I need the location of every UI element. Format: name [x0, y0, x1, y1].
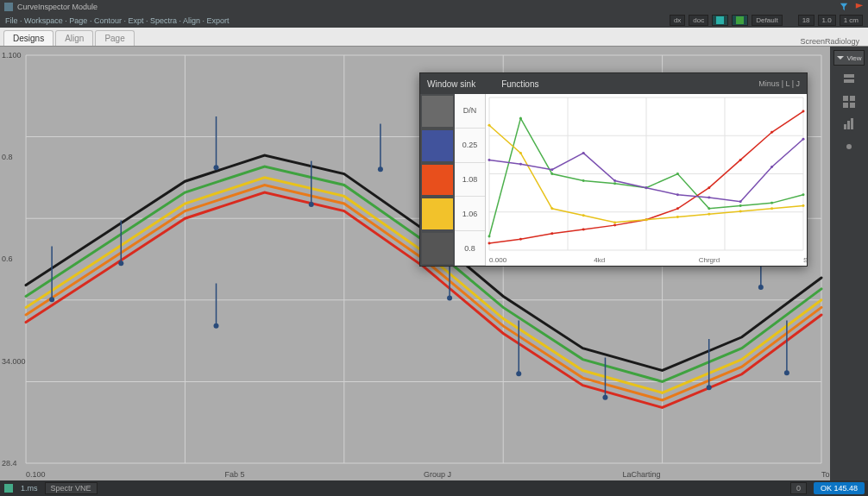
filter-icon[interactable]	[839, 2, 849, 12]
svg-point-92	[739, 210, 742, 213]
svg-point-98	[582, 152, 585, 154]
svg-rect-4	[736, 16, 744, 24]
app-title: CurveInspector Module	[17, 3, 97, 11]
svg-marker-1	[840, 3, 847, 9]
svg-text:1.100: 1.100	[2, 51, 22, 60]
grid-icon[interactable]	[840, 93, 858, 110]
toolbar-default[interactable]: Default	[752, 15, 782, 26]
toolbar-unit[interactable]: 1 cm	[840, 15, 863, 26]
svg-point-94	[802, 204, 804, 207]
value-cell: 0.25	[455, 129, 485, 163]
toolbar-zoom[interactable]: 1.0	[818, 15, 836, 26]
breadcrumb[interactable]: File · Workspace · Page · Contour · Expt…	[5, 16, 229, 25]
floating-panel-header-controls[interactable]: Minus | L | J	[758, 79, 800, 88]
svg-point-73	[488, 242, 491, 245]
toolbar-doc[interactable]: doc	[689, 15, 708, 26]
color-swatch[interactable]	[422, 233, 453, 264]
status-chip[interactable]: Spectr VNE	[45, 482, 97, 494]
svg-point-81	[739, 159, 742, 161]
svg-point-68	[676, 173, 679, 175]
svg-point-42	[516, 371, 521, 376]
svg-marker-2	[856, 3, 863, 8]
svg-point-32	[214, 165, 219, 170]
toolbar-num[interactable]: 18	[798, 15, 815, 26]
rail-view-button[interactable]: View	[833, 50, 865, 66]
floating-panel-header[interactable]: Window sink Functions Minus | L | J	[420, 73, 807, 94]
svg-text:28.4: 28.4	[2, 459, 17, 468]
app-icon	[3, 2, 14, 12]
svg-point-83	[802, 110, 804, 113]
svg-rect-114	[850, 96, 855, 101]
svg-point-99	[613, 179, 616, 182]
svg-point-75	[550, 232, 553, 235]
svg-point-103	[739, 200, 742, 203]
svg-point-79	[676, 207, 679, 210]
svg-point-87	[582, 214, 585, 217]
toolbar-color-a[interactable]	[712, 15, 728, 26]
chart-icon[interactable]	[840, 116, 858, 133]
svg-point-76	[582, 228, 585, 230]
color-swatch[interactable]	[422, 130, 453, 161]
svg-point-46	[707, 385, 712, 390]
svg-text:34.000: 34.000	[2, 357, 26, 366]
dot-icon[interactable]	[840, 138, 858, 155]
svg-text:Group J: Group J	[424, 470, 451, 479]
main-area: 1.1000.80.634.00028.40.100Fab 5Group JLa…	[0, 47, 868, 480]
svg-point-70	[739, 204, 742, 207]
floating-panel-title-right: Functions	[501, 79, 538, 89]
rail-view-label: View	[846, 54, 861, 62]
svg-point-66	[613, 182, 616, 185]
titlebar: CurveInspector Module	[0, 0, 868, 13]
values-column: D/N0.251.081.060.8	[455, 94, 486, 266]
status-left-a: 1.ms	[21, 484, 38, 493]
svg-point-40	[447, 295, 452, 300]
svg-rect-121	[4, 484, 13, 493]
toolbar-dx[interactable]: dx	[670, 15, 685, 26]
header-right-label: ScreenRadiology	[800, 37, 865, 46]
svg-rect-112	[844, 79, 854, 83]
svg-point-105	[802, 138, 804, 141]
svg-point-74	[519, 238, 522, 241]
svg-point-72	[802, 193, 804, 196]
tab-align[interactable]: Align	[55, 30, 93, 46]
svg-rect-115	[843, 103, 848, 108]
svg-point-69	[708, 207, 710, 210]
status-right-a: 0	[790, 482, 807, 494]
svg-text:0.8: 0.8	[2, 153, 13, 161]
tab-designs[interactable]: Designs	[3, 30, 53, 46]
right-rail: View	[830, 47, 868, 480]
value-cell: 1.06	[455, 197, 485, 231]
svg-point-93	[771, 207, 773, 210]
value-cell: D/N	[455, 94, 485, 129]
svg-text:Snzs: Snzs	[803, 256, 807, 264]
floating-panel[interactable]: Window sink Functions Minus | L | J D/N0…	[419, 72, 808, 267]
flag-icon[interactable]	[854, 2, 865, 12]
toolbar-color-b[interactable]	[732, 15, 748, 26]
svg-point-44	[602, 395, 607, 400]
chart-zone[interactable]: 1.1000.80.634.00028.40.100Fab 5Group JLa…	[0, 47, 830, 480]
svg-text:0.6: 0.6	[2, 255, 13, 264]
svg-rect-118	[847, 121, 850, 129]
tab-page[interactable]: Page	[95, 30, 134, 46]
svg-point-86	[550, 207, 553, 210]
color-swatch[interactable]	[422, 165, 453, 196]
layers-icon[interactable]	[840, 71, 858, 88]
inset-chart[interactable]: 0.0004kdChrgrdSnzs	[486, 94, 807, 266]
color-swatch[interactable]	[422, 198, 453, 229]
status-ok-button[interactable]: OK 145.48	[814, 482, 865, 494]
svg-point-120	[846, 144, 852, 149]
color-swatch[interactable]	[422, 96, 453, 127]
svg-rect-0	[4, 3, 13, 11]
value-cell: 1.08	[455, 163, 485, 198]
svg-text:LaCharting: LaCharting	[623, 470, 661, 479]
svg-text:0.000: 0.000	[489, 256, 507, 264]
status-icon[interactable]	[3, 483, 14, 493]
svg-point-100	[645, 186, 647, 189]
svg-point-96	[519, 163, 522, 166]
svg-rect-116	[850, 103, 855, 108]
svg-point-88	[613, 221, 616, 223]
svg-point-82	[771, 131, 773, 134]
svg-point-104	[771, 166, 773, 168]
svg-rect-111	[844, 74, 854, 78]
svg-text:Chrgrd: Chrgrd	[699, 256, 720, 264]
